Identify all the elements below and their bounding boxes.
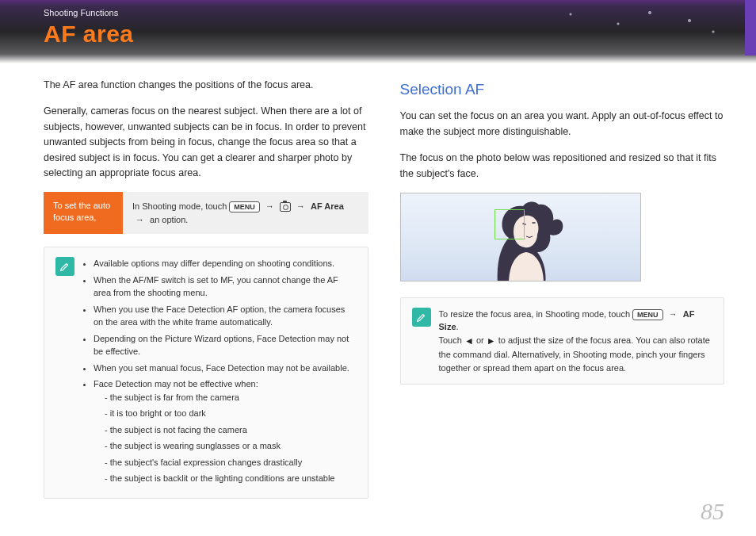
pen-icon — [412, 308, 431, 327]
section-heading: Selection AF — [400, 78, 725, 101]
chevron-right-icon: ► — [487, 334, 496, 348]
arrow-icon: → — [136, 215, 144, 224]
chevron-left-icon: ◄ — [464, 334, 474, 348]
sub-item: the subject is not facing the camera — [105, 423, 357, 437]
right-p2: The focus on the photo below was reposit… — [400, 151, 725, 182]
sub-item: the subject is wearing sunglasses or a m… — [105, 439, 357, 453]
note-item: When you use the Face Detection AF optio… — [94, 303, 357, 329]
pen-icon — [55, 257, 74, 276]
note-text: To resize the focus area, in Shooting mo… — [439, 309, 633, 319]
note-item: Available options may differ depending o… — [94, 257, 357, 270]
sub-item: the subject is far from the camera — [105, 391, 357, 404]
arrow-icon: → — [265, 201, 274, 211]
menu-chip: MENU — [229, 201, 260, 212]
note-content: To resize the focus area, in Shooting mo… — [439, 308, 713, 374]
intro-1: The AF area function changes the positio… — [44, 78, 368, 93]
breadcrumb: Shooting Functions — [44, 8, 134, 17]
instruction-tail: an option. — [150, 215, 188, 224]
sub-item: it is too bright or too dark — [105, 407, 357, 420]
instruction-row: To set the auto focus area, In Shooting … — [44, 192, 368, 234]
instruction-lead: In Shooting mode, touch — [132, 201, 229, 211]
note-item: Depending on the Picture Wizard options,… — [94, 332, 357, 358]
right-column: Selection AF You can set the focus on an… — [400, 78, 725, 499]
sub-item: the subject's facial expression changes … — [105, 456, 357, 469]
left-column: The AF area function changes the positio… — [44, 78, 368, 499]
side-tab — [745, 0, 756, 56]
page-number: 85 — [701, 498, 724, 525]
note-item: When you set manual focus, Face Detectio… — [94, 362, 357, 375]
camera-icon — [280, 202, 291, 212]
note-item-text: Face Detection may not be effective when… — [94, 379, 258, 389]
focus-box — [494, 209, 525, 239]
arrow-icon: → — [296, 201, 305, 211]
menu-chip: MENU — [632, 309, 663, 320]
instruction-label: To set the auto focus area, — [44, 192, 123, 234]
arrow-icon: → — [669, 309, 678, 319]
note-text: Touch — [439, 335, 464, 345]
note-content: Available options may differ depending o… — [82, 257, 357, 488]
header-banner: Shooting Functions AF area — [0, 0, 756, 63]
note-box-left: Available options may differ depending o… — [44, 247, 368, 499]
note-item: Face Detection may not be effective when… — [94, 377, 357, 485]
page-title: AF area — [44, 21, 134, 48]
af-area-label: AF Area — [311, 201, 344, 211]
instruction-body: In Shooting mode, touch MENU → → AF Area… — [123, 192, 368, 234]
intro-2: Generally, cameras focus on the nearest … — [44, 104, 368, 181]
note-item: When the AF/MF switch is set to MF, you … — [94, 274, 357, 300]
sample-photo — [400, 193, 641, 281]
note-text: or — [476, 335, 487, 345]
right-p1: You can set the focus on an area you wan… — [400, 109, 725, 140]
sub-item: the subject is backlit or the lighting c… — [105, 472, 357, 485]
note-box-right: To resize the focus area, in Shooting mo… — [400, 297, 725, 385]
